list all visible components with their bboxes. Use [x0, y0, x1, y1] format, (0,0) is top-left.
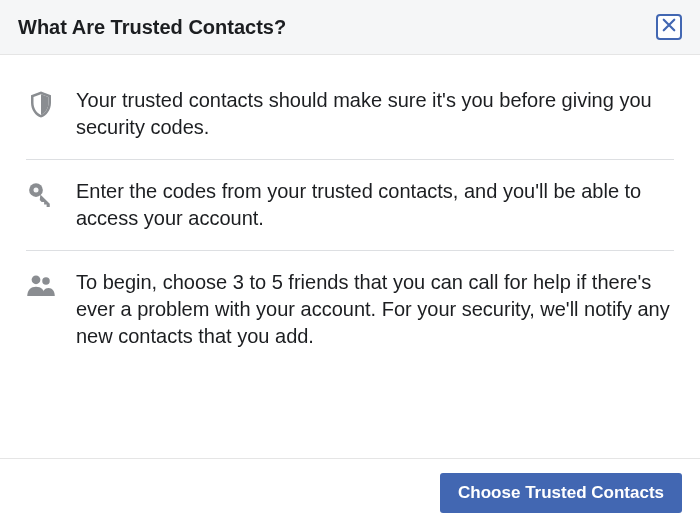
- close-icon: [662, 18, 676, 36]
- key-icon: [26, 178, 76, 210]
- svg-point-3: [42, 277, 50, 285]
- dialog-content: Your trusted contacts should make sure i…: [0, 55, 700, 458]
- shield-icon: [26, 87, 76, 119]
- people-icon: [26, 269, 76, 301]
- svg-point-1: [34, 188, 39, 193]
- dialog-title: What Are Trusted Contacts?: [18, 16, 286, 39]
- info-text: To begin, choose 3 to 5 friends that you…: [76, 269, 674, 350]
- svg-point-2: [32, 275, 41, 284]
- info-row-people: To begin, choose 3 to 5 friends that you…: [26, 251, 674, 368]
- info-row-key: Enter the codes from your trusted contac…: [26, 160, 674, 251]
- choose-contacts-button[interactable]: Choose Trusted Contacts: [440, 473, 682, 513]
- dialog-footer: Choose Trusted Contacts: [0, 458, 700, 527]
- info-row-shield: Your trusted contacts should make sure i…: [26, 75, 674, 160]
- close-button[interactable]: [656, 14, 682, 40]
- trusted-contacts-dialog: What Are Trusted Contacts? Your trusted …: [0, 0, 700, 527]
- info-text: Your trusted contacts should make sure i…: [76, 87, 674, 141]
- info-text: Enter the codes from your trusted contac…: [76, 178, 674, 232]
- dialog-header: What Are Trusted Contacts?: [0, 0, 700, 55]
